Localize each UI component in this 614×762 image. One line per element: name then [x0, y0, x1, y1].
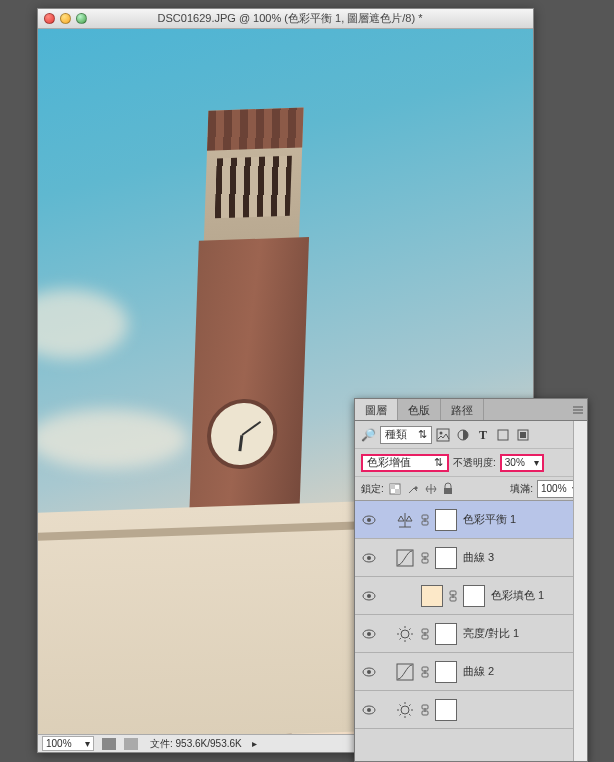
layer-row[interactable]: 亮度/對比 1 — [355, 615, 587, 653]
svg-point-22 — [367, 594, 371, 598]
layer-mask[interactable] — [435, 547, 457, 569]
svg-rect-3 — [498, 430, 508, 440]
close-icon[interactable] — [44, 13, 55, 24]
svg-point-1 — [440, 431, 443, 434]
blend-mode-value: 色彩增值 — [367, 455, 411, 470]
adjustment-icon — [395, 510, 415, 530]
lock-pixels-icon[interactable] — [406, 482, 420, 496]
fill-value: 100% — [541, 483, 567, 494]
tab-paths[interactable]: 路徑 — [441, 399, 484, 420]
svg-point-33 — [367, 670, 371, 674]
layer-row[interactable] — [355, 691, 587, 729]
layer-name: 色彩填色 1 — [491, 588, 544, 603]
lock-all-icon[interactable] — [442, 482, 454, 496]
layer-thumbnail — [421, 585, 443, 607]
status-icon[interactable] — [102, 738, 116, 750]
fill-label: 填滿: — [510, 482, 533, 496]
visibility-icon[interactable] — [361, 551, 377, 565]
opacity-value: 30% — [505, 457, 525, 468]
svg-rect-5 — [520, 432, 526, 438]
filter-row: 🔎 種類 ⇅ T — [355, 421, 587, 449]
layer-row[interactable]: 色彩填色 1 — [355, 577, 587, 615]
lock-position-icon[interactable] — [424, 482, 438, 496]
svg-rect-8 — [395, 489, 400, 494]
chevron-right-icon[interactable]: ▸ — [252, 738, 257, 749]
zoom-icon[interactable] — [76, 13, 87, 24]
panel-scrollbar[interactable] — [573, 421, 587, 761]
layer-list: 色彩平衡 1曲線 3色彩填色 1亮度/對比 1曲線 2 — [355, 501, 587, 761]
adjustment-filter-icon[interactable] — [456, 428, 470, 442]
visibility-icon[interactable] — [361, 665, 377, 679]
kind-dropdown[interactable]: 種類 ⇅ — [380, 426, 432, 444]
svg-point-11 — [367, 518, 371, 522]
visibility-icon[interactable] — [361, 627, 377, 641]
blend-opacity-row: 色彩增值 ⇅ 不透明度: 30% ▾ — [355, 449, 587, 477]
kind-label: 種類 — [385, 427, 407, 442]
layer-mask[interactable] — [435, 509, 457, 531]
panel-menu-icon[interactable] — [569, 399, 587, 420]
document-title: DSC01629.JPG @ 100% (色彩平衡 1, 圖層遮色片/8) * — [93, 11, 527, 26]
layer-mask[interactable] — [463, 585, 485, 607]
tab-channels[interactable]: 色版 — [398, 399, 441, 420]
lock-transparent-icon[interactable] — [388, 482, 402, 496]
link-icon[interactable] — [421, 703, 429, 717]
text-filter-icon[interactable]: T — [476, 428, 490, 442]
file-info: 文件: 953.6K/953.6K — [150, 737, 242, 751]
window-controls — [44, 13, 87, 24]
adjustment-icon — [395, 586, 415, 606]
link-icon[interactable] — [449, 589, 457, 603]
blend-mode-dropdown[interactable]: 色彩增值 ⇅ — [361, 454, 449, 472]
layer-row[interactable]: 曲線 3 — [355, 539, 587, 577]
shape-filter-icon[interactable] — [496, 428, 510, 442]
lock-label: 鎖定: — [361, 482, 384, 496]
chevron-down-icon: ▾ — [85, 738, 90, 749]
layer-mask[interactable] — [435, 623, 457, 645]
svg-rect-9 — [444, 488, 452, 494]
visibility-icon[interactable] — [361, 703, 377, 717]
zoom-value: 100% — [46, 738, 72, 749]
svg-point-27 — [367, 632, 371, 636]
zoom-input[interactable]: 100% ▾ — [42, 736, 94, 751]
svg-rect-7 — [390, 484, 395, 489]
layer-name: 曲線 2 — [463, 664, 494, 679]
minimize-icon[interactable] — [60, 13, 71, 24]
layer-name: 曲線 3 — [463, 550, 494, 565]
svg-point-28 — [401, 630, 409, 638]
link-icon[interactable] — [421, 551, 429, 565]
svg-point-40 — [401, 706, 409, 714]
chevron-updown-icon: ⇅ — [434, 456, 443, 469]
layer-row[interactable]: 色彩平衡 1 — [355, 501, 587, 539]
chevron-down-icon: ▾ — [534, 457, 539, 468]
layer-mask[interactable] — [435, 661, 457, 683]
layer-name: 亮度/對比 1 — [463, 626, 519, 641]
layer-mask[interactable] — [435, 699, 457, 721]
layer-name: 色彩平衡 1 — [463, 512, 516, 527]
export-icon[interactable] — [124, 738, 138, 750]
layer-row[interactable]: 曲線 2 — [355, 653, 587, 691]
visibility-icon[interactable] — [361, 589, 377, 603]
panel-tabs: 圖層 色版 路徑 — [355, 399, 587, 421]
image-filter-icon[interactable] — [436, 428, 450, 442]
link-icon[interactable] — [421, 665, 429, 679]
svg-rect-0 — [437, 429, 449, 441]
opacity-input[interactable]: 30% ▾ — [500, 454, 544, 472]
link-icon[interactable] — [421, 513, 429, 527]
tab-layers[interactable]: 圖層 — [355, 399, 398, 420]
svg-point-16 — [367, 556, 371, 560]
opacity-label: 不透明度: — [453, 456, 496, 470]
lock-row: 鎖定: 填滿: 100% ▾ — [355, 477, 587, 501]
adjustment-icon — [395, 548, 415, 568]
smartobject-filter-icon[interactable] — [516, 428, 530, 442]
chevron-updown-icon: ⇅ — [418, 428, 427, 441]
svg-point-39 — [367, 708, 371, 712]
titlebar: DSC01629.JPG @ 100% (色彩平衡 1, 圖層遮色片/8) * — [38, 9, 533, 29]
layers-panel: 圖層 色版 路徑 🔎 種類 ⇅ T 色彩增值 ⇅ 不透明度: 30% ▾ — [354, 398, 588, 762]
search-icon: 🔎 — [361, 428, 376, 442]
adjustment-icon — [395, 624, 415, 644]
link-icon[interactable] — [421, 627, 429, 641]
filter-icons: T — [436, 428, 530, 442]
image-content — [38, 289, 128, 359]
adjustment-icon — [395, 700, 415, 720]
visibility-icon[interactable] — [361, 513, 377, 527]
adjustment-icon — [395, 662, 415, 682]
